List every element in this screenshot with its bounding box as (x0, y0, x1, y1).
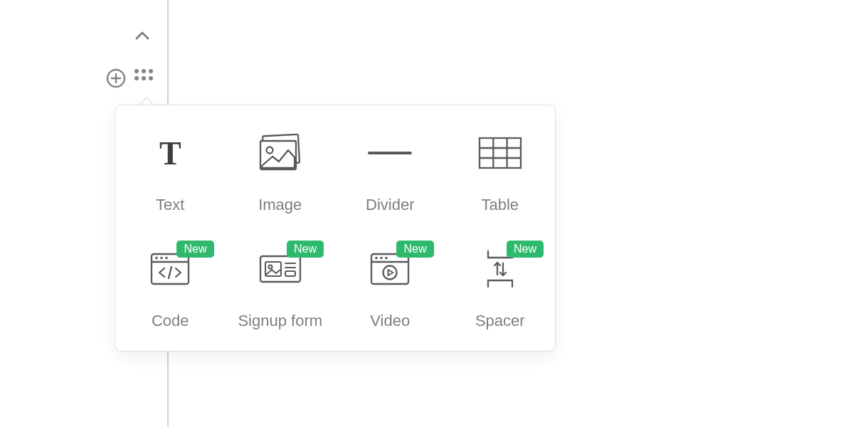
insert-code-label: Code (152, 311, 189, 332)
svg-point-14 (155, 256, 158, 259)
insert-code[interactable]: New Code (115, 246, 226, 332)
insert-image-label: Image (258, 195, 302, 216)
svg-point-20 (268, 265, 272, 268)
svg-rect-23 (285, 271, 295, 276)
insert-table-label: Table (481, 195, 519, 216)
new-badge: New (396, 241, 433, 258)
image-icon (257, 130, 304, 176)
divider-icon (366, 130, 413, 176)
insert-spacer[interactable]: New Spacer (445, 246, 556, 332)
insert-video-label: Video (370, 311, 410, 332)
insert-video[interactable]: New Video (335, 246, 445, 332)
new-badge: New (176, 241, 213, 258)
insert-spacer-label: Spacer (475, 311, 525, 332)
svg-point-15 (160, 256, 163, 259)
insert-text[interactable]: T Text (115, 130, 226, 216)
insert-signup-form[interactable]: New Signup form (226, 246, 336, 332)
svg-point-28 (385, 256, 388, 259)
insert-divider[interactable]: Divider (335, 130, 445, 216)
insert-divider-label: Divider (366, 195, 414, 216)
drag-handle-icon[interactable] (134, 69, 153, 80)
text-icon: T (159, 130, 181, 176)
insert-text-label: Text (156, 195, 184, 216)
insert-signup-form-label: Signup form (238, 311, 322, 332)
new-badge: New (507, 241, 544, 258)
insert-image[interactable]: Image (226, 130, 336, 216)
insert-block-grid: T Text Image Divider (115, 130, 555, 331)
table-icon (477, 130, 524, 176)
svg-point-16 (165, 256, 168, 259)
chevron-up-icon[interactable] (134, 27, 151, 44)
svg-point-29 (383, 265, 397, 279)
svg-line-17 (169, 267, 171, 278)
insert-table[interactable]: Table (445, 130, 556, 216)
new-badge: New (287, 241, 324, 258)
svg-rect-7 (480, 138, 521, 168)
svg-point-26 (375, 256, 378, 259)
svg-rect-4 (260, 141, 296, 169)
add-button[interactable] (105, 68, 127, 89)
svg-point-27 (380, 256, 383, 259)
insert-block-popover: T Text Image Divider (115, 105, 556, 352)
